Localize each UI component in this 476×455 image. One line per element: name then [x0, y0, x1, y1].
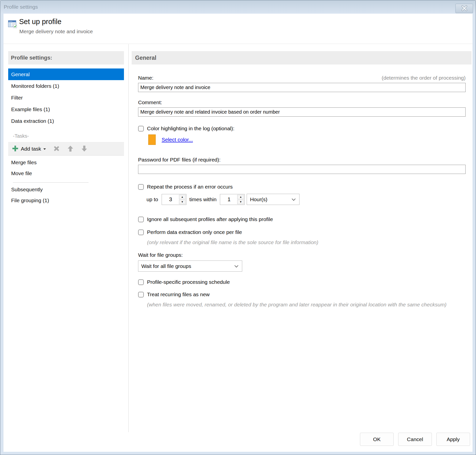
- extract-once-note: (only relevant if the original file name…: [147, 238, 466, 247]
- sidebar-item-monitored-folders[interactable]: Monitored folders (1): [8, 80, 124, 92]
- close-icon: [461, 5, 468, 12]
- profile-settings-window: Profile settings: [0, 0, 476, 455]
- select-color-link[interactable]: Select color...: [162, 137, 193, 143]
- add-task-label: Add task: [21, 146, 41, 152]
- tasks-separator-label: -Tasks-: [8, 133, 124, 139]
- move-task-up-button[interactable]: [66, 143, 75, 154]
- recurring-files-note: (when files were moved, renamed, or dele…: [147, 300, 458, 309]
- page-subtitle: Merge delivery note and invoice: [19, 29, 93, 34]
- pdf-password-input[interactable]: [138, 165, 466, 174]
- delete-task-button[interactable]: [52, 143, 61, 154]
- sidebar-item-file-grouping[interactable]: File grouping (1): [8, 195, 124, 206]
- task-list: Merge files Move file: [8, 157, 124, 179]
- processing-schedule-checkbox[interactable]: [138, 279, 144, 285]
- arrow-down-icon: [81, 145, 88, 153]
- retry-count-down-button[interactable]: ▼: [179, 200, 186, 204]
- interval-unit-value: Hour(s): [250, 196, 267, 202]
- extract-once-checkbox[interactable]: [138, 229, 144, 235]
- dialog-content: Set up profile Merge delivery note and i…: [3, 14, 473, 452]
- add-icon: [12, 145, 19, 153]
- interval-down-button[interactable]: ▼: [237, 200, 244, 204]
- general-form: Name: (determines the order of processin…: [138, 75, 466, 309]
- sidebar-item-data-extraction[interactable]: Data extraction (1): [8, 115, 124, 127]
- interval-up-button[interactable]: ▲: [237, 195, 244, 199]
- repeat-on-error-checkbox[interactable]: [138, 184, 144, 190]
- add-task-button[interactable]: Add task: [10, 143, 47, 154]
- cancel-button[interactable]: Cancel: [398, 433, 432, 446]
- color-swatch[interactable]: [148, 134, 156, 145]
- comment-label: Comment:: [138, 99, 162, 105]
- post-task-list: Subsequently File grouping (1): [8, 184, 124, 206]
- titlebar: Profile settings: [0, 0, 476, 14]
- wait-for-file-groups-label: Wait for file groups:: [138, 252, 183, 258]
- pdf-password-label: Password for PDF files (if required):: [138, 157, 221, 163]
- spin-up-icon: ▲: [239, 196, 242, 198]
- times-within-label: times within: [189, 196, 217, 202]
- repeat-on-error-label: Repeat the process if an error occurs: [147, 184, 233, 190]
- retry-count-stepper[interactable]: 3 ▲ ▼: [162, 194, 186, 205]
- recurring-files-label: Treat recurring files as new: [147, 292, 209, 297]
- sidebar: Profile settings: General Monitored fold…: [8, 51, 124, 206]
- extract-once-label: Perform data extraction only once per fi…: [147, 229, 242, 235]
- sidebar-heading: Profile settings:: [8, 51, 124, 65]
- apply-button[interactable]: Apply: [436, 433, 470, 446]
- page-title: Set up profile: [19, 18, 61, 26]
- move-task-down-button[interactable]: [80, 143, 89, 154]
- app-header: Set up profile Merge delivery note and i…: [3, 14, 473, 44]
- up-to-label: up to: [147, 196, 158, 202]
- sidebar-item-subsequently[interactable]: Subsequently: [8, 184, 124, 195]
- task-toolbar: Add task: [8, 142, 124, 156]
- close-button[interactable]: [455, 4, 473, 13]
- color-highlighting-label: Color highlighting in the log (optional)…: [147, 126, 235, 131]
- dropdown-caret-icon: [43, 147, 46, 151]
- task-item-merge-files[interactable]: Merge files: [8, 157, 124, 168]
- panel-divider: [128, 44, 129, 432]
- delete-icon: [53, 146, 60, 152]
- interval-unit-dropdown[interactable]: Hour(s): [247, 194, 299, 205]
- spin-down-icon: ▼: [239, 201, 242, 203]
- main-panel: General Name: (determines the order of p…: [132, 51, 472, 309]
- processing-schedule-label: Profile-specific processing schedule: [147, 279, 230, 285]
- interval-count-stepper[interactable]: 1 ▲ ▼: [220, 194, 245, 205]
- sidebar-item-filter[interactable]: Filter: [8, 92, 124, 103]
- ok-button[interactable]: OK: [360, 433, 394, 446]
- retry-count-up-button[interactable]: ▲: [179, 195, 186, 199]
- footer-buttons: OK Cancel Apply: [360, 433, 470, 446]
- sidebar-item-general[interactable]: General: [8, 68, 124, 80]
- chevron-down-icon: [292, 197, 296, 201]
- comment-input[interactable]: [138, 107, 466, 117]
- task-item-move-file[interactable]: Move file: [8, 168, 124, 179]
- spin-up-icon: ▲: [181, 196, 183, 198]
- sidebar-list: General Monitored folders (1) Filter Exa…: [8, 68, 124, 127]
- recurring-files-checkbox[interactable]: [138, 292, 144, 297]
- spin-down-icon: ▼: [181, 201, 183, 203]
- name-label: Name:: [138, 75, 153, 81]
- sidebar-item-example-files[interactable]: Example files (1): [8, 103, 124, 115]
- wait-for-file-groups-value: Wait for all file groups: [141, 263, 191, 269]
- section-heading: General: [132, 51, 472, 65]
- color-highlighting-checkbox[interactable]: [138, 126, 144, 131]
- setup-profile-icon: [8, 19, 17, 29]
- window-title: Profile settings: [4, 0, 38, 14]
- wait-for-file-groups-dropdown[interactable]: Wait for all file groups: [138, 260, 242, 272]
- ignore-subsequent-profiles-checkbox[interactable]: [138, 217, 144, 222]
- ignore-subsequent-profiles-label: Ignore all subsequent profiles after app…: [147, 216, 273, 222]
- arrow-up-icon: [67, 145, 74, 153]
- dialog-body: Profile settings: General Monitored fold…: [3, 44, 473, 452]
- name-input[interactable]: [138, 83, 466, 92]
- retry-count-value: 3: [162, 195, 179, 204]
- chevron-down-icon: [235, 264, 238, 268]
- task-section-divider: [13, 182, 89, 183]
- name-note: (determines the order of processing): [382, 75, 466, 81]
- interval-count-value: 1: [221, 195, 237, 204]
